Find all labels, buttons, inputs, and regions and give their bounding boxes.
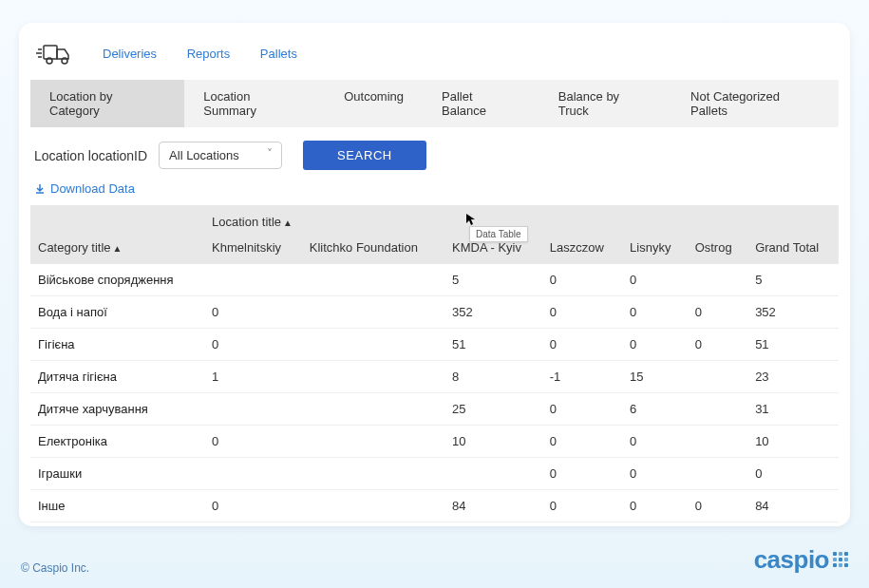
report-tabs: Location by Category Location Summary Ou…: [30, 80, 839, 127]
tab-balance-by-truck[interactable]: Balance by Truck: [539, 80, 671, 127]
location-filter-label: Location locationID: [34, 148, 147, 163]
table-cell: 0: [622, 490, 688, 522]
table-row: Дитяча гігієна18-11523: [30, 361, 839, 393]
app-card: Deliveries Reports Pallets Location by C…: [19, 23, 850, 526]
sort-asc-icon: ▲: [113, 243, 123, 254]
table-cell: 23: [747, 361, 839, 393]
tab-location-summary[interactable]: Location Summary: [184, 80, 325, 127]
table-cell: 0: [622, 458, 688, 490]
table-cell: Гігієна: [30, 329, 204, 361]
table-cell: 0: [542, 458, 622, 490]
data-table-wrap: Location title▲ Category title▲ Khmelnit…: [19, 205, 850, 526]
table-cell: [204, 458, 302, 490]
col-laszczow[interactable]: Laszczow: [542, 235, 622, 264]
nav-pallets[interactable]: Pallets: [260, 47, 297, 61]
table-row: Електроніка0100010: [30, 426, 839, 458]
table-cell: [302, 296, 444, 329]
delivery-truck-icon: [34, 40, 76, 66]
table-row: Вода і напої0352000352: [30, 296, 839, 329]
table-cell: 0: [622, 264, 688, 296]
nav-reports[interactable]: Reports: [187, 47, 231, 61]
table-cell: [302, 264, 444, 296]
table-cell: 0: [204, 490, 302, 522]
table-cell: 0: [204, 522, 302, 527]
table-cell: 15: [622, 361, 688, 393]
search-button[interactable]: SEARCH: [303, 141, 426, 170]
table-row: Іграшки000: [30, 458, 839, 490]
location-select[interactable]: All Locations: [159, 142, 282, 169]
table-cell: Електроніка: [30, 426, 204, 458]
table-cell: 5: [444, 264, 542, 296]
col-grand-total[interactable]: Grand Total: [747, 235, 839, 264]
table-cell: [302, 393, 444, 426]
table-cell: [688, 458, 748, 490]
table-cell: 0: [688, 296, 748, 329]
table-cell: [302, 490, 444, 522]
table-cell: 0: [622, 426, 688, 458]
col-lisnyky[interactable]: Lisnyky: [622, 235, 688, 264]
table-cell: Іграшки: [30, 458, 204, 490]
col-ostrog[interactable]: Ostrog: [688, 235, 748, 264]
table-cell: Військове спорядження: [30, 264, 204, 296]
tab-location-by-category[interactable]: Location by Category: [30, 80, 184, 127]
table-cell: 0: [622, 522, 688, 527]
download-data-link[interactable]: Download Data: [19, 178, 850, 205]
table-row: Дитяче харчування250631: [30, 393, 839, 426]
table-cell: 0: [542, 522, 622, 527]
table-cell: Вода і напої: [30, 296, 204, 329]
table-cell: 0: [542, 426, 622, 458]
top-nav: Deliveries Reports Pallets: [19, 40, 850, 80]
table-cell: [302, 426, 444, 458]
table-cell: 10: [444, 426, 542, 458]
download-data-label: Download Data: [50, 181, 135, 196]
table-cell: [688, 264, 748, 296]
sort-asc-icon: ▲: [283, 218, 293, 228]
table-cell: [302, 361, 444, 393]
table-cell: 0: [688, 490, 748, 522]
table-cell: 352: [747, 296, 839, 329]
table-cell: [204, 393, 302, 426]
table-cell: 0: [204, 296, 302, 329]
nav-links: Deliveries Reports Pallets: [103, 47, 324, 61]
table-cell: 0: [204, 329, 302, 361]
col-klitchko[interactable]: Klitchko Foundation: [302, 235, 444, 264]
table-cell: 31: [444, 522, 542, 527]
nav-deliveries[interactable]: Deliveries: [103, 47, 157, 61]
table-cell: [302, 522, 444, 527]
download-icon: [34, 183, 46, 195]
col-group-location-title[interactable]: Location title▲: [204, 205, 839, 235]
svg-rect-0: [44, 46, 57, 59]
table-cell: 0: [747, 458, 839, 490]
table-row: Військове спорядження5005: [30, 264, 839, 296]
table-cell: [688, 361, 748, 393]
caspio-logo: caspio: [754, 545, 848, 575]
table-cell: 25: [444, 393, 542, 426]
table-cell: 51: [747, 329, 839, 361]
col-category-title[interactable]: Category title▲: [30, 235, 204, 264]
table-cell: Корм для тварин: [30, 522, 204, 527]
table-row: Гігієна05100051: [30, 329, 839, 361]
col-kmda[interactable]: KMDA - Kyiv: [444, 235, 542, 264]
page-footer: © Caspio Inc. caspio: [21, 545, 848, 575]
col-khmelnitskiy[interactable]: Khmelnitskiy: [204, 235, 302, 264]
table-cell: 5: [747, 264, 839, 296]
table-cell: 10: [747, 426, 839, 458]
tab-not-categorized[interactable]: Not Categorized Pallets: [671, 80, 839, 127]
table-cell: 84: [444, 490, 542, 522]
table-cell: 0: [542, 393, 622, 426]
data-table: Location title▲ Category title▲ Khmelnit…: [30, 205, 839, 526]
table-cell: 0: [688, 329, 748, 361]
table-row: Корм для тварин0310031: [30, 522, 839, 527]
table-cell: Дитяча гігієна: [30, 361, 204, 393]
table-cell: Інше: [30, 490, 204, 522]
table-cell: [302, 458, 444, 490]
tab-outcoming[interactable]: Outcoming: [325, 80, 423, 127]
filter-bar: Location locationID All Locations SEARCH: [19, 127, 850, 178]
table-cell: 31: [747, 522, 839, 527]
caspio-dots-icon: [833, 552, 848, 567]
table-cell: Дитяче харчування: [30, 393, 204, 426]
table-cell: 0: [542, 296, 622, 329]
table-cell: -1: [542, 361, 622, 393]
tab-pallet-balance[interactable]: Pallet Balance: [423, 80, 539, 127]
table-cell: [688, 426, 748, 458]
